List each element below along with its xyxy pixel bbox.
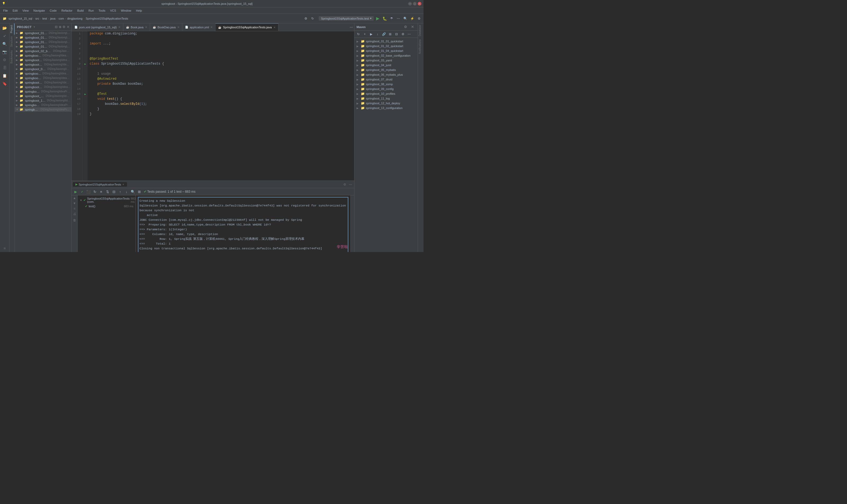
breadcrumb-class[interactable]: Springboot15SqlApplicationTests <box>86 17 128 20</box>
activity-book-icon[interactable]: 📋 <box>1 72 8 79</box>
maven-item-13-config[interactable]: ▶ 📁 springboot_13_configuration <box>355 106 418 110</box>
maven-item-10-profiles[interactable]: ▶ 📁 springboot_10_profiles <box>355 91 418 96</box>
run-export-button[interactable]: ⊞ <box>136 189 142 195</box>
maven-item-08-ssmp[interactable]: ▶ 📁 springboot_08_ssmp <box>355 82 418 87</box>
sidebar-item-08-ssmp[interactable]: ▶ 📁 springboot_08_ssmp D\DingJiaxiong\Id… <box>15 76 71 80</box>
tab-yml-close[interactable]: ✕ <box>211 26 213 29</box>
console-scrollbar[interactable] <box>350 195 354 252</box>
tab-application-yml[interactable]: 📄 application.yml ✕ <box>182 23 216 31</box>
minimize-button[interactable]: — <box>408 2 412 5</box>
run-tab-close-button[interactable]: ✕ <box>122 183 124 186</box>
run-play-button[interactable]: ▶ <box>73 189 78 195</box>
sidebar-item-01-02[interactable]: ▶ 📁 springboot_01_02_quickstart D\DingJi… <box>15 35 71 40</box>
tab-springboot-tests[interactable]: ☕ Springboot15SqlApplicationTests.java ✕ <box>215 23 278 31</box>
run-config-selector[interactable]: Springboot15SqlApplicationTests.test ▾ <box>319 16 374 21</box>
sidebar-item-10-profiles[interactable]: ▶ 📁 springboot_10_profiles D\DingJiaxion… <box>15 85 71 89</box>
maven-item-09-config[interactable]: ▶ 📁 springboot_09_config <box>355 87 418 91</box>
run-side-delete-icon[interactable]: 🗑 <box>72 218 77 223</box>
menu-refactor[interactable]: Refactor <box>59 8 75 13</box>
run-panel-settings-icon[interactable]: ⚙ <box>342 182 347 187</box>
toolbar-project-icon[interactable]: 📁 <box>2 16 7 21</box>
test-tree-method[interactable]: ✔ test() 883 ms <box>77 204 136 209</box>
maven-item-01-02[interactable]: ▶ 📁 springboot_01_02_quickstart <box>355 44 418 49</box>
tab-pom-close[interactable]: ✕ <box>118 26 121 29</box>
sidebar-item-03-yaml[interactable]: ▶ 📁 springboot_03_yaml D\DingJiaxiong\Id… <box>15 53 71 58</box>
run-panel-minimize-icon[interactable]: — <box>348 182 353 187</box>
menu-file[interactable]: File <box>1 8 10 13</box>
test-tree-class[interactable]: ▼ ✔ Springboot15SqlApplicationTests (com… <box>77 196 136 204</box>
menu-run[interactable]: Run <box>86 8 96 13</box>
activity-search-icon[interactable]: 🔍 <box>1 40 8 48</box>
maven-close-icon[interactable]: ✕ <box>409 24 416 30</box>
sidebar-item-01-01[interactable]: ▶ 📁 springboot_01_01_quickstart D\DingJi… <box>15 31 71 35</box>
run-sort-button[interactable]: ⇅ <box>105 189 110 195</box>
sidebar-tab-structure[interactable]: Structure <box>10 35 15 49</box>
run-gutter-method[interactable]: ▶ <box>83 92 88 96</box>
maven-link-icon[interactable]: 🔗 <box>381 31 387 37</box>
maven-settings-icon[interactable]: ⚙ <box>400 31 406 37</box>
run-side-down-icon[interactable]: ▼ <box>72 201 77 206</box>
tab-bookdao-close[interactable]: ✕ <box>177 26 179 29</box>
run-side-up-icon[interactable]: ▲ <box>72 195 77 201</box>
toolbar-settings-icon[interactable]: ⚙ <box>303 16 309 21</box>
maven-run-icon[interactable]: ▶ <box>368 31 374 37</box>
maven-item-04-junit[interactable]: ▶ 📁 springboot_04_junit <box>355 63 418 68</box>
activity-structure-icon[interactable]: ≡ <box>1 245 8 252</box>
maven-item-12-hot-deploy[interactable]: ▶ 📁 springboot_12_hot_deploy <box>355 101 418 106</box>
run-rerun-button[interactable]: ↻ <box>92 189 98 195</box>
sidebar-item-15-sql[interactable]: ▼ 📁 springboot_15_sql D\DingJiaxiong\Ide… <box>15 107 71 112</box>
tab-pom-xml[interactable]: 📄 pom.xml (springboot_15_sql) ✕ <box>72 23 123 31</box>
maven-item-06-mybatis-plus[interactable]: ▶ 📁 springboot_06_mybatis_plus <box>355 72 418 77</box>
activity-camera-icon[interactable]: 📷 <box>1 48 8 56</box>
more-run-icon[interactable]: ⋯ <box>395 16 401 21</box>
menu-code[interactable]: Code <box>48 8 59 13</box>
maven-item-03-yaml[interactable]: ▶ 📁 springboot_03_yaml <box>355 58 418 63</box>
activity-db-icon[interactable]: 🗄 <box>1 64 8 71</box>
sidebar-tab-bookmarks[interactable]: Bookmarks <box>10 49 15 65</box>
sidebar-item-05-mybatis[interactable]: ▶ 📁 springboot_05_mybatis D\DingJiaxiong… <box>15 62 71 67</box>
tab-book-java[interactable]: ☕ Book.java ✕ <box>123 23 150 31</box>
sidebar-item-11-log[interactable]: ▶ 📁 springboot_11_log D\DingJiaxiong\Ide… <box>15 89 71 94</box>
run-search-button[interactable]: 🔍 <box>130 189 136 195</box>
menu-build[interactable]: Build <box>75 8 86 13</box>
sidebar-item-01-03[interactable]: ▶ 📁 springboot_01_03_quickstart D\DingJi… <box>15 40 71 44</box>
run-down-button[interactable]: ↓ <box>124 189 129 195</box>
sidebar-tab-project[interactable]: Project <box>10 23 15 35</box>
sidebar-item-02-base[interactable]: ▶ 📁 springboot_02_base_configuration D\D… <box>15 49 71 53</box>
sidebar-item-01-04[interactable]: ▶ 📁 springboot_01_04_quickstart D\DingJi… <box>15 44 71 49</box>
menu-view[interactable]: View <box>20 8 31 13</box>
run-stop-button[interactable]: ⬛ <box>86 189 91 195</box>
breadcrumb-package[interactable]: dingjiaxiong <box>67 17 83 20</box>
sidebar-collapse-icon[interactable]: ⊟ <box>55 25 58 29</box>
maven-more-icon[interactable]: ⋯ <box>406 31 412 37</box>
breadcrumb-com[interactable]: com <box>58 17 64 20</box>
run-filter-button[interactable]: ≡ <box>98 189 104 195</box>
maven-item-05-mybatis[interactable]: ▶ 📁 springboot_05_mybatis <box>355 68 418 72</box>
activity-bookmark-icon[interactable]: 🔖 <box>1 80 8 87</box>
right-tab-database[interactable]: Database <box>418 23 424 38</box>
menu-navigate[interactable]: Navigate <box>31 8 47 13</box>
tab-tests-close[interactable]: ✕ <box>273 26 275 29</box>
sidebar-gear-icon[interactable]: ⚙ <box>62 25 66 29</box>
tab-book-close[interactable]: ✕ <box>145 26 147 29</box>
activity-project-icon[interactable]: 📂 <box>1 24 8 32</box>
run-tab-tests[interactable]: ▶ Springboot15SqlApplicationTests ✕ <box>73 182 127 186</box>
maven-refresh-icon[interactable]: ↻ <box>356 31 361 37</box>
maven-item-07-druid[interactable]: ▶ 📁 springboot_07_druid <box>355 77 418 82</box>
sidebar-item-06-mybatis-plus[interactable]: ▶ 📁 springboot_06_mybatis_plus D\DingJia… <box>15 67 71 71</box>
coverage-button[interactable]: ☂ <box>389 16 394 21</box>
right-tab-notifications[interactable]: Notifications <box>418 38 424 55</box>
toolbar-git-icon[interactable]: ⚡ <box>409 16 415 21</box>
tab-more-button[interactable]: ⋯ <box>348 24 354 30</box>
sidebar-item-07-druid[interactable]: ▶ 📁 springboot_07_druid D\DingJiaxiong\I… <box>15 71 71 76</box>
sidebar-item-04-junit[interactable]: ▶ 📁 springboot_04_junit D\DingJiaxiong\I… <box>15 58 71 62</box>
maven-gear-icon[interactable]: ⚙ <box>402 24 409 30</box>
run-collapse-button[interactable]: ⊟ <box>111 189 117 195</box>
tab-bookdao-java[interactable]: ☕ BookDao.java ✕ <box>150 23 182 31</box>
run-side-list-icon[interactable]: ≡ <box>72 206 77 211</box>
maven-item-02-base[interactable]: ▶ 📁 springboot_02_base_configuration <box>355 53 418 58</box>
run-button[interactable]: ▶ <box>375 16 381 21</box>
sidebar-item-09-config[interactable]: ▶ 📁 springboot_09_config D\DingJiaxiong\… <box>15 80 71 85</box>
maven-add-icon[interactable]: + <box>362 31 368 37</box>
sidebar-item-13-config[interactable]: ▶ 📁 springboot_13_configuration D\DingJi… <box>15 98 71 103</box>
